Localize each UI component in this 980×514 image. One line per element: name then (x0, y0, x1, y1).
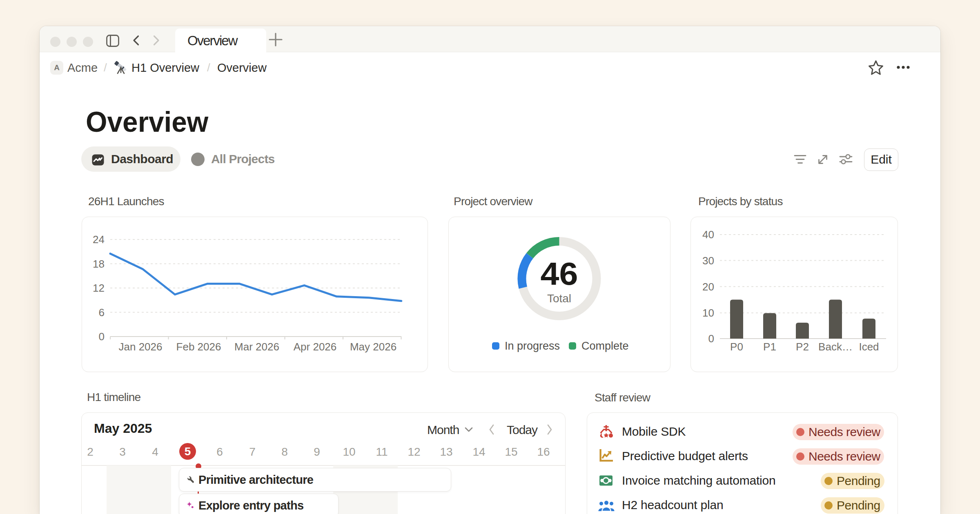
svg-text:12: 12 (93, 282, 105, 294)
svg-text:20: 20 (702, 281, 714, 293)
svg-text:Apr 2026: Apr 2026 (294, 341, 337, 353)
svg-text:P0: P0 (730, 341, 743, 353)
svg-text:Feb 2026: Feb 2026 (176, 341, 221, 353)
svg-text:Back…: Back… (818, 341, 853, 353)
svg-text:0: 0 (99, 330, 105, 343)
svg-text:Jan 2026: Jan 2026 (119, 341, 163, 353)
svg-text:18: 18 (93, 258, 105, 270)
svg-text:P2: P2 (796, 341, 809, 353)
svg-text:0: 0 (708, 332, 714, 345)
svg-text:Iced: Iced (859, 341, 879, 353)
svg-text:40: 40 (702, 228, 714, 241)
svg-text:May 2026: May 2026 (350, 341, 396, 353)
svg-text:6: 6 (99, 306, 105, 319)
svg-text:Total: Total (547, 292, 571, 305)
svg-text:30: 30 (702, 255, 714, 267)
svg-text:Mar 2026: Mar 2026 (234, 341, 279, 353)
svg-text:10: 10 (702, 307, 714, 319)
svg-text:46: 46 (541, 256, 578, 292)
svg-text:P1: P1 (763, 341, 776, 353)
svg-text:Complete: Complete (581, 340, 629, 352)
svg-text:In progress: In progress (505, 340, 560, 352)
svg-text:24: 24 (93, 233, 105, 246)
